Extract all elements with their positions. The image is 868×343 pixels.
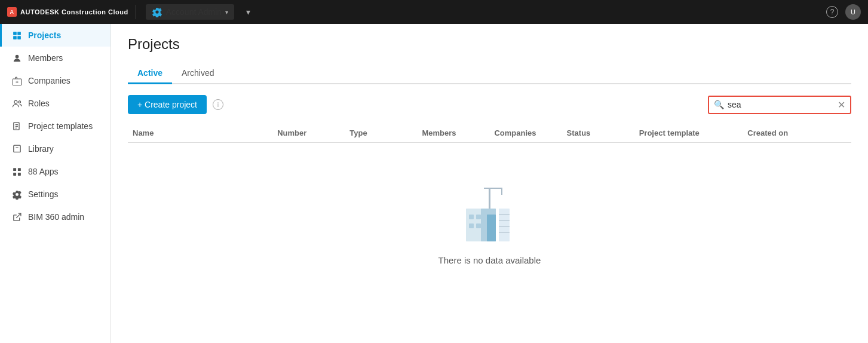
svg-rect-35	[476, 223, 481, 228]
svg-line-20	[16, 213, 21, 218]
members-icon	[11, 53, 22, 63]
brand: A AUTODESK Construction Cloud	[7, 7, 128, 17]
library-icon	[11, 143, 22, 154]
sidebar-item-apps[interactable]: 88 Apps	[0, 160, 111, 183]
sidebar-apps-label: 88 Apps	[28, 167, 59, 176]
svg-rect-19	[17, 172, 20, 175]
svg-rect-26	[501, 188, 502, 195]
svg-rect-17	[17, 168, 20, 171]
sidebar-item-projects[interactable]: Projects	[0, 24, 111, 47]
account-chevron-icon: ▾	[225, 9, 228, 16]
col-members: Members	[417, 128, 489, 137]
avatar-initials: U	[851, 8, 855, 16]
sidebar-companies-label: Companies	[28, 76, 70, 85]
search-input[interactable]	[728, 100, 834, 109]
tab-archived[interactable]: Archived	[172, 63, 223, 84]
tabs: Active Archived	[128, 63, 851, 84]
create-project-label: + Create project	[137, 100, 197, 109]
info-icon-symbol: i	[217, 101, 219, 108]
tab-active[interactable]: Active	[128, 63, 172, 84]
companies-icon	[11, 75, 22, 86]
dropdown-chevron-icon: ▾	[246, 7, 250, 17]
project-templates-icon	[11, 121, 22, 131]
svg-rect-23	[487, 215, 496, 241]
svg-rect-1	[17, 32, 21, 35]
project-dropdown[interactable]: ▾	[239, 5, 821, 19]
sidebar-members-label: Members	[28, 53, 63, 63]
account-admin-dropdown[interactable]: Account Admin ▾	[146, 4, 234, 20]
svg-rect-0	[13, 32, 17, 35]
svg-rect-24	[489, 188, 490, 209]
main-content: Projects Active Archived + Create projec…	[111, 24, 868, 343]
svg-rect-16	[13, 168, 16, 171]
col-project-template: Project template	[634, 128, 743, 137]
col-number: Number	[272, 128, 345, 137]
layout: Projects Members Companies Roles Project…	[0, 24, 868, 343]
apps-icon	[11, 166, 22, 177]
svg-point-9	[18, 100, 20, 103]
page-title: Projects	[128, 36, 851, 53]
sidebar-library-label: Library	[28, 144, 54, 154]
col-created-on: Created on	[743, 128, 851, 137]
svg-rect-25	[484, 188, 502, 189]
projects-icon	[11, 30, 22, 41]
tab-active-label: Active	[137, 68, 162, 78]
empty-message: There is no data available	[438, 255, 541, 265]
svg-rect-2	[13, 36, 17, 39]
info-icon[interactable]: i	[213, 99, 223, 110]
svg-rect-33	[476, 215, 481, 219]
sidebar-item-project-templates[interactable]: Project templates	[0, 115, 111, 137]
col-name: Name	[128, 128, 272, 137]
brand-text: AUTODESK Construction Cloud	[20, 8, 128, 16]
svg-rect-27	[499, 209, 510, 241]
sidebar-settings-label: Settings	[28, 189, 59, 199]
svg-point-4	[15, 54, 19, 58]
autodesk-logo-icon: A	[7, 7, 17, 17]
toolbar: + Create project i 🔍 ✕	[128, 95, 851, 114]
col-companies: Companies	[489, 128, 562, 137]
empty-illustration	[448, 179, 532, 244]
sidebar-bim360-label: BIM 360 admin	[28, 212, 84, 222]
sidebar-projects-label: Projects	[28, 30, 61, 40]
sidebar-item-bim360[interactable]: BIM 360 admin	[0, 206, 111, 228]
search-box[interactable]: 🔍 ✕	[708, 96, 851, 114]
search-icon: 🔍	[714, 100, 724, 109]
help-button[interactable]: ?	[826, 6, 838, 18]
sidebar-item-roles[interactable]: Roles	[0, 92, 111, 115]
top-bar: A AUTODESK Construction Cloud Account Ad…	[0, 0, 868, 24]
sidebar-roles-label: Roles	[28, 99, 50, 108]
create-project-button[interactable]: + Create project	[128, 95, 207, 114]
settings-icon	[11, 189, 22, 200]
bim360-icon	[11, 212, 22, 222]
top-bar-right: ? U	[826, 4, 861, 20]
divider	[136, 5, 136, 19]
col-status: Status	[562, 128, 634, 137]
search-clear-icon[interactable]: ✕	[838, 99, 845, 111]
sidebar-item-companies[interactable]: Companies	[0, 69, 111, 92]
sidebar-project-templates-label: Project templates	[28, 121, 93, 131]
user-avatar[interactable]: U	[845, 4, 861, 20]
svg-rect-18	[13, 172, 16, 175]
empty-state: There is no data available	[128, 143, 851, 277]
svg-rect-34	[469, 223, 474, 228]
account-gear-icon	[152, 7, 162, 17]
tab-archived-label: Archived	[182, 68, 214, 78]
svg-rect-32	[469, 215, 474, 219]
sidebar-item-library[interactable]: Library	[0, 137, 111, 160]
svg-point-8	[14, 100, 17, 103]
svg-rect-3	[17, 36, 21, 39]
table-header: Name Number Type Members Companies Statu…	[128, 124, 851, 143]
roles-icon	[11, 98, 22, 109]
help-icon: ?	[830, 8, 835, 16]
sidebar-item-members[interactable]: Members	[0, 47, 111, 69]
sidebar-item-settings[interactable]: Settings	[0, 183, 111, 206]
sidebar: Projects Members Companies Roles Project…	[0, 24, 111, 343]
account-admin-label: Account Admin	[166, 7, 222, 17]
col-type: Type	[345, 128, 417, 137]
